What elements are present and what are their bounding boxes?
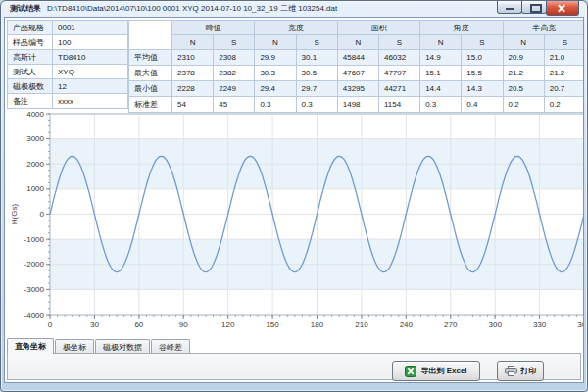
svg-text:-2000: -2000 xyxy=(24,260,45,269)
row-label: 最大值 xyxy=(129,66,172,81)
window-controls xyxy=(498,1,579,16)
svg-text:300: 300 xyxy=(488,320,502,329)
bottom-panel: 导出到 Excel 打印 xyxy=(7,353,581,380)
col-header-n: N xyxy=(420,35,462,50)
svg-text:0: 0 xyxy=(40,210,45,219)
client-area: 产品规格0001 样品编号100 高斯计TD8410 测试人XYQ 磁极极数12… xyxy=(4,17,584,383)
group-header: 宽度 xyxy=(255,21,337,35)
info-label: 测试人 xyxy=(8,65,53,79)
svg-text:180: 180 xyxy=(311,320,324,329)
table-row: 最小值 22282249 29.429.7 4329544271 14.414.… xyxy=(129,81,585,97)
col-header-n: N xyxy=(255,35,296,50)
info-label: 产品规格 xyxy=(8,21,53,35)
tab-valley-peak-diff[interactable]: 谷峰差 xyxy=(151,339,190,354)
info-label: 磁极极数 xyxy=(8,79,53,94)
table-row: 测试人XYQ xyxy=(8,65,128,79)
svg-text:1000: 1000 xyxy=(26,184,44,193)
table-subheader-row: NS NS NS NS NS xyxy=(129,35,585,50)
row-label: 平均值 xyxy=(129,50,172,66)
group-header: 半高宽 xyxy=(503,21,584,35)
row-label: 最小值 xyxy=(129,81,172,97)
export-excel-button[interactable]: 导出到 Excel xyxy=(392,361,480,381)
col-header-s: S xyxy=(296,35,337,50)
svg-text:2000: 2000 xyxy=(26,160,44,169)
statistics-table: 峰值 宽度 面积 角度 半高宽 NS NS NS NS NS 平均值 23102… xyxy=(128,20,584,113)
minimize-button[interactable] xyxy=(497,1,522,14)
svg-text:210: 210 xyxy=(355,320,368,329)
svg-text:360: 360 xyxy=(577,320,584,329)
app-name: 测试结果 xyxy=(10,4,41,13)
info-value: 0001 xyxy=(53,21,128,35)
table-row: 高斯计TD8410 xyxy=(8,50,128,65)
table-row: 备注xxxx xyxy=(8,94,128,109)
tab-pole-pair-data[interactable]: 磁极对数据 xyxy=(95,339,150,354)
info-label: 备注 xyxy=(8,94,53,109)
table-row: 最大值 23782382 30.330.5 4760747797 15.115.… xyxy=(129,66,585,81)
corner-cell xyxy=(129,21,172,50)
app-window: 测试结果D:\TD8410\Data\2014\07\10\100 0001 X… xyxy=(0,0,588,392)
col-header-s: S xyxy=(544,35,584,50)
table-header-row: 峰值 宽度 面积 角度 半高宽 xyxy=(129,21,585,35)
table-row: 样品编号100 xyxy=(8,35,128,50)
svg-text:240: 240 xyxy=(400,320,414,329)
print-label: 打印 xyxy=(521,366,537,376)
col-header-s: S xyxy=(214,35,255,50)
col-header-n: N xyxy=(503,35,544,50)
svg-text:120: 120 xyxy=(221,320,235,329)
group-header: 角度 xyxy=(420,21,503,35)
export-excel-label: 导出到 Excel xyxy=(420,366,466,376)
window-title: 测试结果D:\TD8410\Data\2014\07\10\100 0001 X… xyxy=(10,3,337,14)
info-label: 样品编号 xyxy=(8,35,53,50)
maximize-icon xyxy=(530,4,542,13)
svg-text:3000: 3000 xyxy=(26,134,44,143)
svg-text:-3000: -3000 xyxy=(24,285,45,294)
col-header-s: S xyxy=(462,35,503,50)
waveform-chart: 0306090120150180210240270300330360-4000-… xyxy=(6,111,584,337)
info-value: XYQ xyxy=(53,65,128,79)
table-row: 平均值 23102308 29.930.1 4584446032 14.915.… xyxy=(129,50,585,66)
minimize-icon xyxy=(506,8,514,10)
file-path: D:\TD8410\Data\2014\07\10\100 0001 XYQ 2… xyxy=(47,4,337,13)
col-header-s: S xyxy=(378,35,419,50)
info-value: 12 xyxy=(53,79,128,94)
group-header: 面积 xyxy=(337,21,419,35)
sample-info-table: 产品规格0001 样品编号100 高斯计TD8410 测试人XYQ 磁极极数12… xyxy=(7,20,128,109)
svg-text:30: 30 xyxy=(90,320,99,329)
chart-svg: 0306090120150180210240270300330360-4000-… xyxy=(6,111,584,337)
close-button[interactable] xyxy=(546,1,579,16)
svg-text:330: 330 xyxy=(533,320,547,329)
info-value: 100 xyxy=(53,35,128,50)
table-row: 产品规格0001 xyxy=(8,21,128,35)
svg-text:H(Gs): H(Gs) xyxy=(10,204,19,225)
svg-text:4000: 4000 xyxy=(26,111,44,119)
info-label: 高斯计 xyxy=(8,50,53,65)
printer-icon xyxy=(505,366,517,376)
maximize-button[interactable] xyxy=(521,1,547,14)
svg-text:0: 0 xyxy=(48,320,53,329)
excel-icon xyxy=(405,366,416,377)
group-header: 峰值 xyxy=(172,21,255,35)
svg-text:90: 90 xyxy=(179,320,188,329)
info-value: xxxx xyxy=(53,94,128,109)
tab-polar-coords[interactable]: 极坐标 xyxy=(55,339,94,354)
title-bar[interactable]: 测试结果D:\TD8410\Data\2014\07\10\100 0001 X… xyxy=(1,1,587,17)
svg-text:150: 150 xyxy=(266,320,279,329)
svg-text:-4000: -4000 xyxy=(24,311,45,319)
svg-text:270: 270 xyxy=(444,320,458,329)
tab-rect-coords[interactable]: 直角坐标 xyxy=(7,338,54,354)
svg-text:60: 60 xyxy=(134,320,143,329)
col-header-n: N xyxy=(172,35,214,50)
col-header-n: N xyxy=(337,35,378,50)
tab-bar: 直角坐标 极坐标 磁极对数据 谷峰差 xyxy=(7,338,191,354)
print-button[interactable]: 打印 xyxy=(497,361,544,381)
info-value: TD8410 xyxy=(53,50,128,65)
table-row: 磁极极数12 xyxy=(8,79,128,94)
svg-text:-1000: -1000 xyxy=(24,235,45,244)
